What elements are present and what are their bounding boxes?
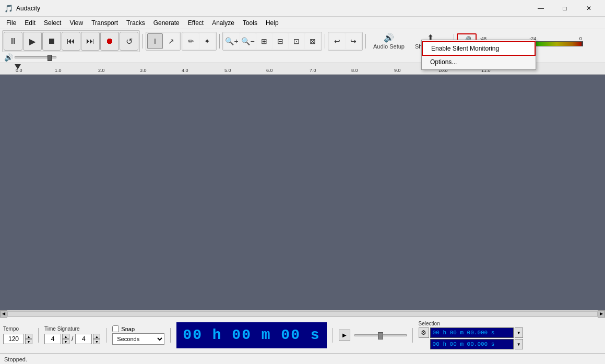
tempo-spinner: ▲ ▼ [3, 334, 32, 344]
pause-button[interactable]: ⏸ [4, 32, 22, 51]
zoom-in-button[interactable]: 🔍+ [224, 33, 240, 49]
zoom-out-button[interactable]: 🔍− [240, 33, 256, 49]
select-tool-button[interactable]: I [147, 33, 163, 49]
audio-setup-button[interactable]: 🔊 Audio Setup [369, 31, 409, 51]
bottom-sep1 [38, 328, 39, 343]
sel-end-row: 00 h 00 m 00.000 s ▼ [419, 339, 523, 349]
time-sig-sep: / [72, 335, 73, 343]
redo-button[interactable]: ↪ [346, 33, 361, 49]
menu-view[interactable]: View [65, 18, 87, 28]
skip-back-button[interactable]: ⏮ [62, 32, 80, 51]
time-sig-num-down[interactable]: ▼ [62, 339, 69, 344]
speed-slider-thumb[interactable] [378, 332, 383, 339]
snap-checkbox[interactable] [112, 325, 119, 332]
ruler-tick-9: 9.0 [394, 68, 401, 73]
tools-group: I ↗ [146, 32, 181, 51]
menu-tools[interactable]: Tools [239, 18, 262, 28]
zoom-sel-button[interactable]: ⊡ [289, 33, 304, 49]
scroll-left-arrow[interactable]: ◀ [0, 310, 7, 318]
time-sig-den-input[interactable] [75, 334, 92, 344]
status-text: Stopped. [4, 356, 27, 362]
audio-setup-icon: 🔊 [384, 33, 394, 43]
selection-label: Selection [419, 321, 523, 326]
bottom-sep5 [412, 328, 413, 343]
tempo-section: Tempo ▲ ▼ [3, 326, 32, 344]
undo-button[interactable]: ↩ [329, 33, 345, 49]
enable-silent-monitoring-item[interactable]: Enable Silent Monitoring [422, 41, 536, 56]
ruler-tick-8: 8.0 [351, 68, 358, 73]
time-sig-num-input[interactable] [44, 334, 61, 344]
scroll-right-arrow[interactable]: ▶ [598, 310, 605, 318]
mini-play-button[interactable]: ▶ [339, 330, 350, 341]
sel-end-input[interactable]: 00 h 00 m 00.000 s [430, 339, 514, 349]
play-button[interactable]: ▶ [23, 32, 42, 51]
menubar: File Edit Select View Transport Tracks G… [0, 17, 605, 29]
menu-tracks[interactable]: Tracks [122, 18, 149, 28]
menu-file[interactable]: File [2, 18, 20, 28]
zoom-tog-button[interactable]: ⊠ [305, 33, 321, 49]
tempo-down-button[interactable]: ▼ [25, 339, 32, 344]
options-item[interactable]: Options... [422, 56, 536, 68]
maximize-button[interactable]: □ [553, 0, 577, 17]
time-sig-den-down[interactable]: ▼ [93, 339, 100, 344]
close-button[interactable]: ✕ [577, 0, 601, 17]
sep3 [325, 34, 325, 48]
ruler-tick-6: 6.0 [266, 68, 273, 73]
selection-area: Selection ⚙ 00 h 00 m 00.000 s ▼ 00 h 00… [419, 321, 523, 349]
speed-slider[interactable] [354, 334, 407, 336]
draw-tool-button[interactable]: ✏ [183, 33, 199, 49]
sep4 [365, 34, 366, 48]
mini-transport: ▶ [339, 330, 350, 341]
menu-transport[interactable]: Transport [87, 18, 122, 28]
fit-track-button[interactable]: ⊟ [272, 33, 288, 49]
snap-section: Snap Seconds Bars Beats [112, 325, 164, 345]
bottom-sep4 [333, 328, 333, 343]
zoom-group: 🔍+ 🔍− ⊞ ⊟ ⊡ ⊠ [222, 32, 322, 51]
titlebar: 🎵 Audacity — □ ✕ [0, 0, 605, 17]
menu-select[interactable]: Select [40, 18, 65, 28]
app-icon: 🎵 [4, 4, 13, 13]
record-button[interactable]: ⏺ [100, 32, 119, 51]
sel-start-input[interactable]: 00 h 00 m 00.000 s [430, 327, 514, 338]
snap-unit-select[interactable]: Seconds Bars Beats [112, 333, 164, 345]
ruler-tick-5: 5.0 [224, 68, 231, 73]
scroll-track[interactable] [7, 311, 598, 317]
sel-start-row: ⚙ 00 h 00 m 00.000 s ▼ [419, 327, 523, 338]
menu-generate[interactable]: Generate [149, 18, 184, 28]
menu-help[interactable]: Help [262, 18, 283, 28]
time-display: 00 h 00 m 00 s [176, 322, 326, 348]
fit-project-button[interactable]: ⊞ [256, 33, 272, 49]
volume-icon: 🔊 [4, 53, 13, 62]
envelope-tool-button[interactable]: ↗ [163, 33, 179, 49]
loop-button[interactable]: ↺ [120, 32, 138, 51]
menu-analyze[interactable]: Analyze [208, 18, 239, 28]
sel-end-arrow[interactable]: ▼ [515, 339, 523, 349]
time-sig-section: Time Signature ▲ ▼ / ▲ ▼ [44, 326, 100, 344]
sep2 [219, 34, 220, 48]
time-sig-den-up[interactable]: ▲ [93, 334, 100, 339]
minimize-button[interactable]: — [529, 0, 553, 17]
output-volume-area: 🔊 [4, 53, 56, 62]
tempo-up-button[interactable]: ▲ [25, 334, 32, 339]
sel-start-arrow[interactable]: ▼ [515, 327, 523, 338]
transport-group: ⏸ ▶ ⏹ ⏮ ⏭ ⏺ ↺ [2, 30, 140, 52]
ruler-tick-2: 2.0 [98, 68, 105, 73]
snap-label[interactable]: Snap [121, 326, 135, 332]
volume-slider-thumb[interactable] [48, 55, 52, 61]
menu-effect[interactable]: Effect [184, 18, 208, 28]
time-sig-num-up[interactable]: ▲ [62, 334, 69, 339]
tempo-input[interactable] [3, 334, 24, 344]
sel-gear-button[interactable]: ⚙ [419, 327, 429, 338]
bottom-sep2 [106, 328, 106, 343]
multi-tool-button[interactable]: ✦ [199, 33, 215, 49]
bottom-controls: Tempo ▲ ▼ Time Signature ▲ ▼ / [0, 317, 605, 354]
ruler-tick-3: 3.0 [140, 68, 147, 73]
skip-fwd-button[interactable]: ⏭ [81, 32, 100, 51]
ruler-tick-1: 1.0 [55, 68, 62, 73]
statusbar: Stopped. [0, 354, 605, 364]
snap-group: Snap [112, 325, 135, 332]
stop-button[interactable]: ⏹ [42, 32, 61, 51]
menu-edit[interactable]: Edit [20, 18, 40, 28]
ruler-tick-4: 4.0 [182, 68, 188, 73]
ruler-tick-0: 0.0 [16, 68, 22, 73]
